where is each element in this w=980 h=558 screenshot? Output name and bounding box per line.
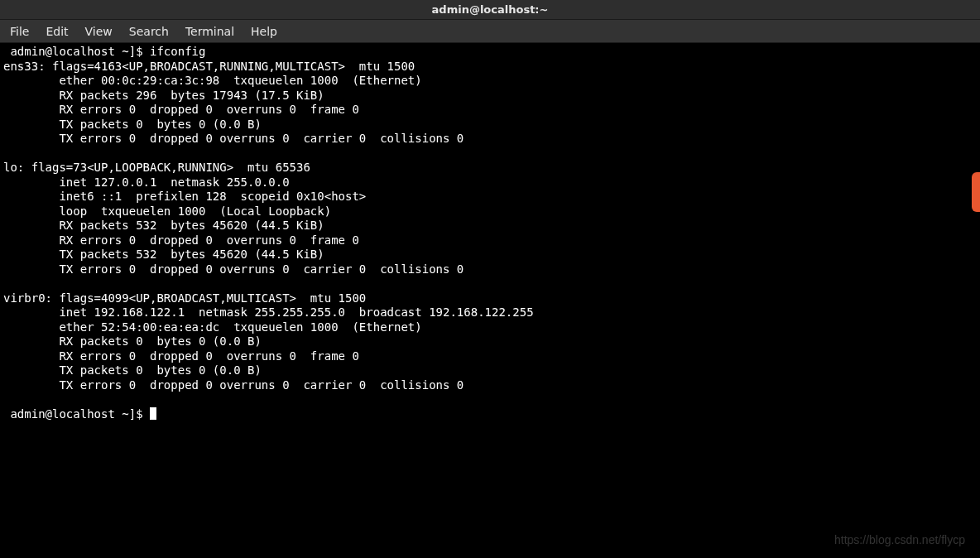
side-tab-icon[interactable] [972,172,980,212]
terminal-line: RX errors 0 dropped 0 overruns 0 frame 0 [3,233,359,247]
terminal-output[interactable]: admin@localhost ~]$ ifconfig ens33: flag… [0,43,980,558]
terminal-line: RX errors 0 dropped 0 overruns 0 frame 0 [3,349,359,363]
terminal-line: ether 52:54:00:ea:ea:dc txqueuelen 1000 … [3,320,422,334]
terminal-line: lo: flags=73<UP,LOOPBACK,RUNNING> mtu 65… [3,161,310,174]
terminal-line: TX errors 0 dropped 0 overruns 0 carrier… [3,378,464,392]
terminal-line: TX errors 0 dropped 0 overruns 0 carrier… [3,262,464,276]
window-title: admin@localhost:~ [432,3,549,16]
menu-search[interactable]: Search [121,20,177,43]
terminal-line: TX packets 0 bytes 0 (0.0 B) [3,363,262,377]
terminal-line: TX packets 532 bytes 45620 (44.5 KiB) [3,248,324,261]
menu-file[interactable]: File [2,20,37,43]
terminal-line: RX packets 532 bytes 45620 (44.5 KiB) [3,219,324,232]
terminal-line: ens33: flags=4163<UP,BROADCAST,RUNNING,M… [3,60,415,73]
menu-help[interactable]: Help [243,20,286,43]
menu-terminal[interactable]: Terminal [177,20,243,43]
terminal-line: loop txqueuelen 1000 (Local Loopback) [3,204,331,218]
terminal-line: ether 00:0c:29:ca:3c:98 txqueuelen 1000 … [3,74,422,87]
cursor-icon [150,407,156,420]
terminal-line: TX errors 0 dropped 0 overruns 0 carrier… [3,132,464,145]
menu-bar: File Edit View Search Terminal Help [0,20,980,43]
menu-view[interactable]: View [77,20,121,43]
terminal-line: inet 192.168.122.1 netmask 255.255.255.0… [3,305,534,319]
watermark: https://blog.csdn.net/flycp [834,533,965,546]
terminal-line: TX packets 0 bytes 0 (0.0 B) [3,118,262,131]
terminal-line: RX errors 0 dropped 0 overruns 0 frame 0 [3,103,359,116]
terminal-line: inet 127.0.0.1 netmask 255.0.0.0 [3,176,290,189]
menu-edit[interactable]: Edit [37,20,76,43]
terminal-line: admin@localhost ~]$ ifconfig [3,45,205,58]
terminal-line: virbr0: flags=4099<UP,BROADCAST,MULTICAS… [3,291,366,305]
title-bar: admin@localhost:~ [0,0,980,20]
terminal-line: inet6 ::1 prefixlen 128 scopeid 0x10<hos… [3,190,366,203]
terminal-line: RX packets 0 bytes 0 (0.0 B) [3,334,262,348]
terminal-line: RX packets 296 bytes 17943 (17.5 KiB) [3,89,324,102]
terminal-prompt: admin@localhost ~]$ [3,407,150,421]
